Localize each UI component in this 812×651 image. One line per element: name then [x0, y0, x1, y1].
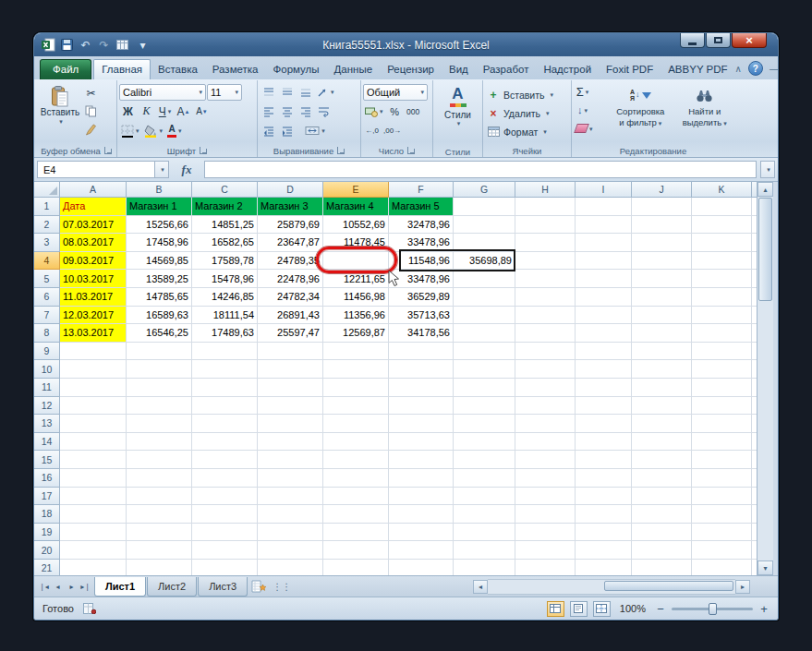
fill-button[interactable]: ↓▾ [574, 102, 591, 119]
cell-e17[interactable] [323, 488, 389, 506]
horizontal-scroll-track[interactable] [488, 579, 735, 595]
cell-d17[interactable] [258, 488, 323, 506]
cell-a15[interactable] [60, 451, 127, 469]
cell-i14[interactable] [576, 433, 632, 452]
cell-g14[interactable] [454, 433, 515, 452]
cell-j4[interactable] [632, 252, 692, 271]
comma-style-button[interactable]: 000 [405, 102, 422, 120]
insert-cells-button[interactable]: + Вставить▾ [485, 86, 569, 104]
cell-i11[interactable] [576, 379, 632, 397]
italic-button[interactable]: К [138, 102, 155, 120]
cell-k13[interactable] [692, 415, 752, 433]
cell-i18[interactable] [576, 505, 632, 524]
ribbon-tab-11[interactable]: ABBYY PDF [661, 60, 734, 79]
cell-j11[interactable] [632, 379, 692, 397]
cell-g12[interactable] [454, 397, 515, 416]
cell-f6[interactable]: 36529,89 [389, 288, 454, 307]
align-middle-button[interactable] [278, 83, 296, 101]
macro-record-icon[interactable] [83, 603, 96, 614]
percent-style-button[interactable]: % [386, 102, 404, 120]
cell-g15[interactable] [454, 451, 515, 469]
cell-e15[interactable] [323, 451, 389, 469]
vertical-scroll-thumb[interactable] [758, 198, 772, 301]
row-header-5[interactable]: 5 [34, 270, 60, 288]
row-header-8[interactable]: 8 [34, 324, 60, 343]
column-header-b[interactable]: B [127, 182, 192, 198]
cell-b14[interactable] [127, 433, 192, 452]
merge-center-button[interactable]: ▾ [297, 122, 333, 139]
cell-f21[interactable] [389, 560, 454, 575]
paste-button[interactable]: Вставить ▾ [38, 82, 82, 144]
format-cells-button[interactable]: Формат▾ [485, 123, 569, 141]
cell-i9[interactable] [576, 343, 632, 361]
cell-i16[interactable] [576, 469, 632, 488]
clipboard-dialog-launcher[interactable] [104, 147, 112, 154]
cell-f7[interactable]: 35713,63 [389, 307, 454, 325]
cell-a11[interactable] [60, 379, 127, 397]
cell-a20[interactable] [60, 541, 127, 560]
align-right-button[interactable] [297, 102, 314, 120]
cell-c10[interactable] [192, 360, 258, 379]
align-top-button[interactable] [260, 83, 277, 101]
cell-h15[interactable] [515, 451, 576, 469]
cell-e21[interactable] [323, 560, 389, 575]
cell-b7[interactable]: 16589,63 [127, 307, 192, 325]
cell-i8[interactable] [576, 324, 632, 343]
cell-h8[interactable] [515, 324, 576, 343]
close-button[interactable]: × [732, 33, 767, 48]
cell-i19[interactable] [576, 524, 632, 542]
align-center-button[interactable] [278, 102, 296, 120]
cell-c6[interactable]: 14246,85 [192, 288, 258, 307]
cell-f14[interactable] [389, 433, 454, 452]
ribbon-tab-1[interactable]: Главная [93, 59, 151, 79]
cell-d16[interactable] [258, 469, 323, 488]
font-dialog-launcher[interactable] [200, 147, 207, 154]
ribbon-tab-9[interactable]: Надстрой [536, 60, 599, 79]
cell-h9[interactable] [515, 343, 576, 361]
help-icon[interactable]: ? [748, 61, 763, 76]
cell-h16[interactable] [515, 469, 576, 488]
cell-a5[interactable]: 10.03.2017 [60, 270, 127, 288]
zoom-in-button[interactable]: + [758, 602, 770, 616]
cell-g17[interactable] [454, 488, 515, 506]
cell-c15[interactable] [192, 451, 258, 469]
cell-h18[interactable] [515, 505, 576, 524]
cell-g16[interactable] [454, 469, 515, 488]
cell-k16[interactable] [692, 469, 752, 488]
column-header-k[interactable]: K [692, 182, 752, 198]
copy-button[interactable] [82, 102, 100, 120]
cell-i20[interactable] [576, 541, 632, 560]
cell-c3[interactable]: 16582,65 [192, 234, 258, 252]
cell-j6[interactable] [632, 288, 692, 307]
maximize-button[interactable] [706, 33, 731, 48]
cell-k9[interactable] [692, 343, 752, 361]
cell-d4[interactable]: 24789,35 [258, 252, 323, 271]
cell-a7[interactable]: 12.03.2017 [60, 307, 127, 325]
row-header-21[interactable]: 21 [34, 560, 60, 575]
cell-c19[interactable] [192, 524, 258, 542]
cell-c1[interactable]: Магазин 2 [192, 198, 258, 216]
cell-f17[interactable] [389, 488, 454, 506]
cell-c11[interactable] [192, 379, 258, 397]
cell-a12[interactable] [60, 397, 127, 416]
cell-k4[interactable] [692, 252, 752, 271]
row-header-12[interactable]: 12 [34, 397, 60, 416]
cell-k7[interactable] [692, 307, 752, 325]
redo-icon[interactable]: ↷ [96, 37, 112, 53]
cell-a3[interactable]: 08.03.2017 [60, 234, 127, 252]
cell-e13[interactable] [323, 415, 389, 433]
cell-f16[interactable] [389, 469, 454, 488]
cell-d6[interactable]: 24782,34 [258, 288, 323, 307]
cell-e19[interactable] [323, 524, 389, 542]
font-name-combo[interactable]: Calibri▾ [119, 84, 206, 101]
cell-g13[interactable] [454, 415, 515, 433]
cell-h7[interactable] [515, 307, 576, 325]
cell-i3[interactable] [576, 234, 632, 252]
cell-e7[interactable]: 11356,96 [323, 307, 389, 325]
cell-b1[interactable]: Магазин 1 [127, 198, 192, 216]
cell-g1[interactable] [454, 198, 515, 216]
cell-d9[interactable] [258, 343, 323, 361]
row-header-6[interactable]: 6 [34, 288, 60, 307]
cell-i6[interactable] [576, 288, 632, 307]
zoom-slider-thumb[interactable] [709, 603, 717, 615]
